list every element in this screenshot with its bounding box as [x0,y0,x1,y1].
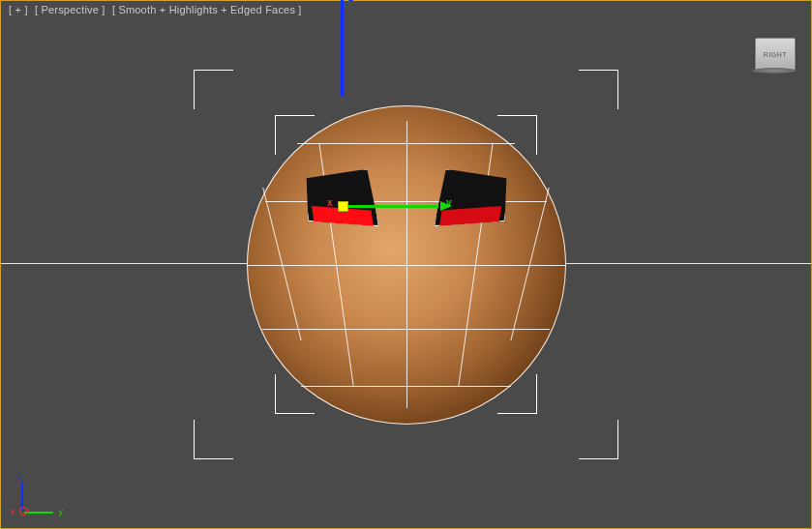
viewport-menu-button[interactable]: [ + ] [7,3,30,16]
wire-edge [301,386,512,387]
safe-frame-outer-corner [579,420,618,459]
safe-frame-outer-corner [194,70,233,109]
world-axis-tripod: z y x [18,472,63,516]
gizmo-y-axis[interactable] [342,205,438,208]
wire-edge [458,143,493,386]
world-x-label: x [11,507,15,516]
safe-frame-center-line [1,263,811,264]
gizmo-z-axis[interactable] [341,0,344,96]
wire-edge [265,201,546,202]
wire-edge [510,188,549,340]
safe-frame-outer-corner [579,70,618,109]
wire-edge [262,188,301,340]
viewcube[interactable]: RIGHT [755,38,794,71]
geosphere-surface [247,105,566,425]
safe-frame-inner-corner [497,115,537,155]
perspective-viewport[interactable]: [ + ] [ Perspective ] [ Smooth + Highlig… [0,0,812,529]
gizmo-z-label: z [348,0,353,3]
world-y-axis [24,512,53,514]
safe-frame-outer-corner [194,420,233,459]
viewport-label-bar: [ + ] [ Perspective ] [ Smooth + Highlig… [7,3,304,16]
safe-frame-inner-corner [275,374,315,414]
viewport-shading-mode[interactable]: [ Smooth + Highlights + Edged Faces ] [110,3,304,16]
viewcube-face-right[interactable]: RIGHT [755,38,796,71]
viewport-view-name[interactable]: [ Perspective ] [33,3,107,16]
wire-edge [247,265,566,266]
scene-object-geosphere[interactable] [247,105,566,425]
gizmo-y-label: y [446,197,452,208]
extruded-eye-socket-left [300,163,378,225]
safe-frame-inner-corner [275,115,315,155]
wire-edge [406,121,407,408]
gizmo-origin[interactable] [338,201,348,212]
world-z-label: z [18,472,23,482]
geosphere-outline [247,105,566,425]
viewcube-base [752,68,797,73]
wire-edge [297,143,514,144]
wire-edge [318,143,353,386]
extruded-eye-socket-right [434,163,512,225]
safe-frame-inner-corner [497,374,537,414]
world-y-label: y [59,507,64,516]
wire-edge [262,329,550,330]
gizmo-x-label: x [327,197,333,208]
world-x-axis [19,507,28,515]
